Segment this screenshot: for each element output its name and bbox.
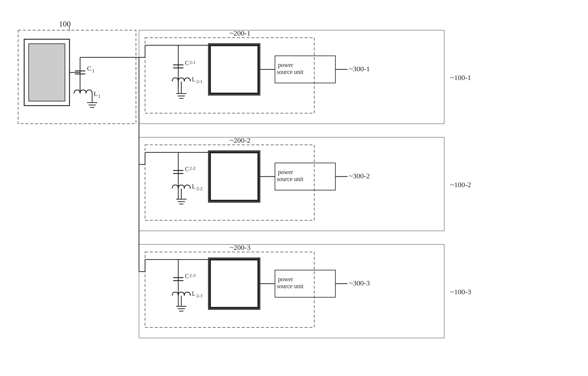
label-300-3: ~300-3	[349, 279, 370, 287]
rx-block-1	[208, 44, 260, 95]
label-300-2: ~300-2	[349, 172, 370, 180]
label-100-1: ~100-1	[450, 74, 471, 81]
label-100: 100	[59, 20, 71, 28]
psu1-text-line2: source unit	[277, 69, 304, 75]
l22-sub-text: 2-2	[196, 186, 202, 191]
l21-coil	[172, 78, 190, 81]
c21-sub-text: 2-1	[189, 60, 195, 65]
rx-block-3-inner	[210, 260, 258, 308]
inner-dashed-1	[145, 38, 314, 113]
l1-sub-text: 1	[98, 94, 101, 99]
brace-100: {	[68, 24, 71, 31]
l21-sub-text: 2-1	[196, 79, 202, 84]
psu1-text-line1: power	[278, 62, 293, 69]
c1-sub-text: 1	[92, 68, 95, 73]
rx-block-2	[208, 151, 260, 202]
label-100-2: ~100-2	[450, 181, 471, 189]
c23-label-text: C	[185, 273, 189, 279]
l1-label-text: L	[94, 90, 98, 97]
psu-box-1	[275, 56, 335, 83]
psu2-text-line2: source unit	[277, 176, 304, 182]
rx-block-2-inner	[210, 152, 258, 201]
psu-box-3	[275, 270, 335, 297]
transmitter-outer-box	[24, 39, 69, 106]
l22-coil	[172, 185, 190, 189]
label-300-1: ~300-1	[349, 65, 370, 73]
l21-label-text: L	[192, 76, 195, 83]
psu3-text-line2: source unit	[277, 283, 304, 289]
psu-box-2	[275, 163, 335, 190]
l23-sub-text: 2-3	[196, 293, 202, 298]
l23-coil	[172, 292, 190, 296]
transmitter-inner-box	[29, 44, 65, 101]
inner-dashed-3	[145, 252, 314, 327]
l1-coil	[74, 90, 92, 94]
c21-label-text: C	[185, 60, 189, 66]
rx-block-3	[208, 258, 260, 309]
box-100-1	[139, 30, 444, 124]
label-200-1: ~200-1	[230, 29, 250, 37]
inner-dashed-2	[145, 145, 314, 220]
diagram-container: 100 { C 1 L 1	[12, 12, 574, 362]
outer-dashed-box	[18, 30, 136, 124]
c23-sub-text: 2-3	[189, 273, 195, 278]
rx-block-1-inner	[210, 45, 258, 94]
l23-label-text: L	[192, 290, 195, 297]
box-100-2	[139, 137, 444, 231]
circuit-diagram-svg: 100 { C 1 L 1	[12, 12, 574, 362]
l22-label-text: L	[192, 183, 195, 190]
c22-sub-text: 2-2	[189, 166, 195, 171]
psu3-text-line1: power	[278, 276, 293, 283]
label-200-2: ~200-2	[230, 136, 250, 144]
label-200-3: ~200-3	[230, 244, 250, 251]
psu2-text-line1: power	[278, 169, 293, 176]
c22-label-text: C	[185, 166, 189, 172]
label-100-3: ~100-3	[450, 288, 471, 296]
c1-label-text: C	[87, 65, 92, 72]
box-100-3	[139, 244, 444, 338]
